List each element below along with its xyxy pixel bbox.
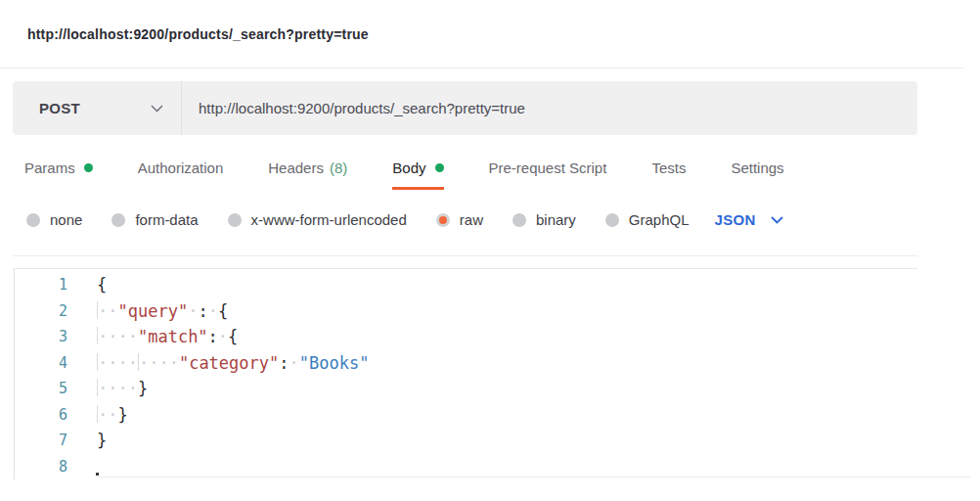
line-number: 4 (15, 350, 67, 377)
tab-label: Authorization (138, 159, 224, 176)
token-punc: { (228, 327, 238, 346)
code-line[interactable]: 6··} (15, 402, 917, 429)
code-editor[interactable]: 1{2··"query"·:·{3····"match":·{4········… (14, 268, 917, 479)
token-str: "Books" (299, 353, 370, 373)
radio-button-icon (605, 213, 619, 227)
green-status-dot-icon (435, 163, 444, 172)
code-line[interactable]: 5····} (15, 376, 917, 402)
language-select-value: JSON (715, 211, 756, 228)
line-number: 5 (15, 376, 67, 402)
token-punc: : (208, 327, 218, 346)
page-title: http://localhost:9200/products/_search?p… (27, 26, 369, 42)
whitespace-dots: · (218, 327, 228, 346)
tab-body[interactable]: Body (392, 159, 443, 190)
tab-tests[interactable]: Tests (651, 159, 686, 190)
whitespace-dots: · (290, 353, 299, 373)
line-number: 7 (15, 428, 67, 454)
radio-button-icon (26, 213, 40, 227)
code-line[interactable]: 1{ (15, 272, 917, 298)
whitespace-dots: ···· (98, 379, 138, 398)
url-input[interactable]: http://localhost:9200/products/_search?p… (182, 81, 917, 135)
tab-pre-request-script[interactable]: Pre-request Script (489, 159, 607, 190)
chevron-down-icon (151, 105, 163, 113)
token-key: "query" (117, 301, 188, 321)
token-key: "match" (138, 327, 208, 346)
tab-params[interactable]: Params (24, 159, 93, 190)
indent-guide (97, 405, 98, 423)
radio-label: raw (460, 211, 483, 228)
code-line-content: ····} (97, 376, 148, 402)
radio-label: GraphQL (629, 211, 690, 228)
radio-form-data[interactable]: form-data (111, 211, 198, 228)
whitespace-dots: · (188, 301, 198, 321)
radio-button-icon (228, 213, 242, 227)
method-label: POST (39, 100, 80, 116)
tab-label: Settings (731, 159, 783, 176)
code-line[interactable]: 4········"category":·"Books" (15, 350, 917, 377)
indent-guide (97, 353, 98, 371)
tab-settings[interactable]: Settings (731, 159, 783, 190)
whitespace-dots: ···· (98, 327, 138, 346)
radio-none[interactable]: none (26, 211, 82, 228)
text-cursor (96, 473, 99, 476)
radio-raw[interactable]: raw (436, 211, 483, 228)
radio-label: none (50, 211, 82, 228)
tab-label: Params (24, 159, 75, 176)
radio-button-icon (111, 213, 125, 227)
token-punc: { (218, 301, 228, 321)
radio-x-www-form-urlencoded[interactable]: x-www-form-urlencoded (228, 211, 407, 228)
body-type-options: noneform-datax-www-form-urlencodedrawbin… (26, 211, 783, 228)
token-punc: : (279, 353, 289, 373)
code-line-content: { (97, 272, 107, 298)
chevron-down-icon (771, 216, 783, 224)
tab-count-badge: (8) (330, 159, 347, 176)
code-line[interactable]: 2··"query"·:·{ (15, 298, 917, 325)
token-punc: { (97, 275, 107, 295)
divider (97, 477, 970, 478)
radio-label: binary (536, 211, 576, 228)
line-number: 1 (15, 272, 67, 298)
token-punc: : (198, 301, 207, 321)
radio-button-icon (512, 213, 526, 227)
token-key: "category" (179, 353, 279, 373)
method-select[interactable]: POST (13, 81, 181, 135)
whitespace-dots: ···· (98, 353, 138, 373)
radio-binary[interactable]: binary (512, 211, 576, 228)
indent-guide (138, 353, 139, 371)
radio-graphql[interactable]: GraphQL (605, 211, 690, 228)
whitespace-dots: ·· (98, 301, 117, 321)
line-number: 3 (15, 324, 67, 350)
divider (13, 255, 917, 256)
whitespace-dots: ·· (98, 405, 117, 425)
whitespace-dots: · (208, 301, 218, 321)
code-line[interactable]: 3····"match":·{ (15, 324, 917, 350)
line-number: 8 (15, 454, 67, 480)
code-line-content: ········"category":·"Books" (97, 350, 369, 377)
line-number: 2 (15, 298, 67, 325)
tab-headers[interactable]: Headers(8) (268, 159, 347, 190)
code-line-content: ··"query"·:·{ (97, 298, 228, 325)
language-select[interactable]: JSON (715, 211, 783, 228)
indent-guide (97, 327, 98, 344)
token-punc: } (117, 405, 127, 425)
whitespace-dots: ···· (139, 353, 179, 373)
tab-label: Tests (651, 159, 686, 176)
code-line-content: ··} (97, 402, 128, 429)
divider (0, 68, 963, 68)
indent-guide (97, 379, 98, 396)
request-bar: POST http://localhost:9200/products/_sea… (13, 81, 917, 135)
green-status-dot-icon (84, 163, 93, 172)
tab-authorization[interactable]: Authorization (138, 159, 224, 190)
tab-label: Headers (268, 159, 324, 176)
line-number: 6 (15, 402, 67, 429)
request-tabs: ParamsAuthorizationHeaders(8)BodyPre-req… (24, 159, 784, 190)
code-line-content: ····"match":·{ (97, 324, 238, 350)
radio-label: form-data (135, 211, 198, 228)
tab-label: Pre-request Script (489, 159, 607, 176)
token-punc: } (138, 379, 148, 398)
radio-label: x-www-form-urlencoded (251, 211, 407, 228)
code-line-content: } (97, 428, 107, 454)
token-punc: } (97, 431, 107, 450)
indent-guide (97, 301, 98, 319)
code-line[interactable]: 7} (15, 428, 917, 454)
